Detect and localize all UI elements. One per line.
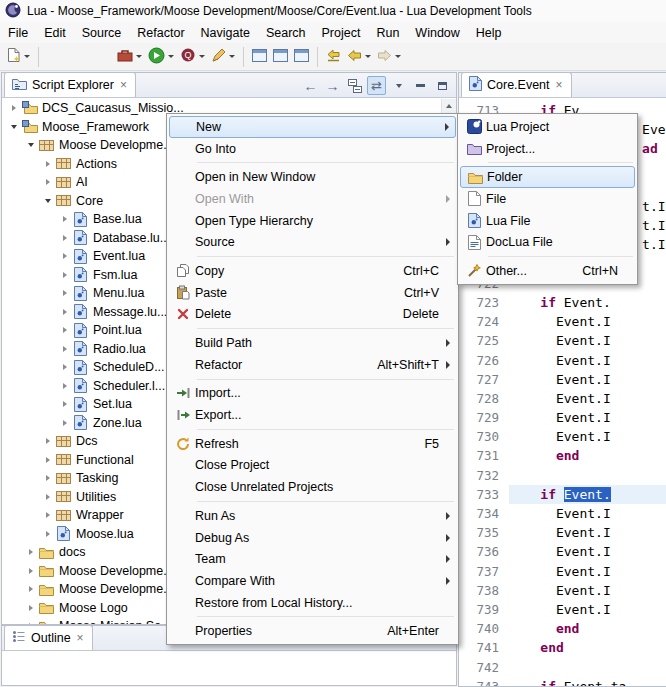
tab-outline[interactable]: Outline × [4,625,93,650]
code-line-738[interactable]: 738 Event.I [459,581,666,600]
tree-expander-icon[interactable] [59,290,71,296]
new-submenu-item-lua-project[interactable]: Lua Project [460,116,635,138]
context-menu-item-open-in-new-window[interactable]: Open in New Window [169,166,456,188]
new-submenu-item-folder[interactable]: Folder [460,166,635,188]
code-line-725[interactable]: 725 Event.I [459,331,666,350]
context-menu-item-debug-as[interactable]: Debug As [169,527,456,549]
menu-file[interactable]: File [0,24,36,42]
context-menu-item-run-as[interactable]: Run As [169,505,456,527]
run-button[interactable] [145,45,177,69]
profile-dropdown-icon[interactable] [229,55,235,58]
external-tools-button[interactable] [114,45,145,69]
new-submenu-item-file[interactable]: File [460,188,635,210]
context-menu-item-export[interactable]: Export... [169,404,456,426]
minimize-icon[interactable] [411,76,430,95]
tree-expander-icon[interactable] [42,494,54,500]
new-submenu-item-project[interactable]: Project... [460,138,635,160]
menu-run[interactable]: Run [368,24,407,42]
back-button[interactable] [344,45,374,69]
context-menu-item-source[interactable]: Source [169,231,456,253]
editor-area-button[interactable] [291,45,312,69]
tree-expander-icon[interactable] [25,623,37,624]
code-line-730[interactable]: 730 Event.I [459,427,666,446]
menu-source[interactable]: Source [74,24,130,42]
last-edit-location-button[interactable] [323,45,344,69]
code-line-737[interactable]: 737 Event.I [459,562,666,581]
code-line-741[interactable]: 741 end [459,638,666,657]
context-menu-item-delete[interactable]: DeleteDelete [169,304,456,326]
code-line-743[interactable]: 743 if Event.ta [459,677,666,686]
tree-expander-icon[interactable] [8,105,20,111]
tree-expander-icon[interactable] [59,364,71,370]
code-line-733[interactable]: 733 if Event. [459,485,666,504]
tree-expander-icon[interactable] [42,438,54,444]
context-menu-item-copy[interactable]: CopyCtrl+C [169,260,456,282]
forward-button[interactable] [374,45,404,69]
code-line-734[interactable]: 734 Event.I [459,504,666,523]
forward-dropdown-icon[interactable] [395,55,401,58]
context-menu-item-restore-from-local-history[interactable]: Restore from Local History... [169,592,456,614]
tree-expander-icon[interactable] [59,216,71,222]
tree-expander-icon[interactable] [42,531,54,537]
context-menu-item-refactor[interactable]: RefactorAlt+Shift+T [169,354,456,376]
code-line-735[interactable]: 735 Event.I [459,523,666,542]
context-menu-item-properties[interactable]: PropertiesAlt+Enter [169,620,456,642]
context-menu-item-paste[interactable]: PasteCtrl+V [169,282,456,304]
menu-refactor[interactable]: Refactor [129,24,192,42]
context-menu-item-close-project[interactable]: Close Project [169,455,456,477]
code-line-723[interactable]: 723 if Event. [459,293,666,312]
tree-expander-icon[interactable] [25,586,37,592]
tree-expander-icon[interactable] [59,327,71,333]
open-perspective-button[interactable] [249,45,270,69]
code-line-732[interactable]: 732 [459,466,666,485]
tree-expander-icon[interactable] [25,605,37,611]
code-line-726[interactable]: 726 Event.I [459,350,666,369]
back-icon[interactable]: ← [301,76,320,95]
context-menu-item-build-path[interactable]: Build Path [169,332,456,354]
scroll-up-icon[interactable] [442,99,456,113]
context-menu-item-open-type-hierarchy[interactable]: Open Type Hierarchy [169,210,456,232]
tree-expander-icon[interactable] [59,420,71,426]
new-submenu-item-doclua-file[interactable]: DocLua File [460,231,635,253]
new-submenu-item-other[interactable]: Other...Ctrl+N [460,260,635,282]
coverage-button[interactable]: Q [177,45,208,69]
menu-window[interactable]: Window [407,24,467,42]
tree-expander-icon[interactable] [59,401,71,407]
tree-expander-icon[interactable] [59,309,71,315]
context-menu-item-go-into[interactable]: Go Into [169,138,456,160]
context-menu-item-import[interactable]: Import... [169,383,456,405]
run-dropdown-icon[interactable] [168,55,174,58]
code-line-731[interactable]: 731 end [459,446,666,465]
context-menu-item-open-with[interactable]: Open With [169,188,456,210]
new-submenu-item-lua-file[interactable]: Lua File [460,210,635,232]
menu-navigate[interactable]: Navigate [193,24,258,42]
code-line-729[interactable]: 729 Event.I [459,408,666,427]
profile-button[interactable] [208,45,238,69]
tab-script-explorer[interactable]: Script Explorer × [4,72,136,97]
close-icon[interactable]: × [76,632,85,644]
tree-expander-icon[interactable] [42,512,54,518]
tree-expander-icon[interactable] [59,346,71,352]
tree-expander-icon[interactable] [59,253,71,259]
tab-core-event[interactable]: Core.Event × [461,72,572,97]
tree-expander-icon[interactable] [42,475,54,481]
coverage-dropdown-icon[interactable] [199,55,205,58]
code-line-736[interactable]: 736 Event.I [459,542,666,561]
tree-expander-icon[interactable] [42,161,54,167]
tree-expander-icon[interactable] [59,272,71,278]
tree-expander-icon[interactable] [8,125,20,129]
show-view-button[interactable] [270,45,291,69]
context-menu-item-compare-with[interactable]: Compare With [169,570,456,592]
code-line-728[interactable]: 728 Event.I [459,389,666,408]
tree-expander-icon[interactable] [25,568,37,574]
tree-expander-icon[interactable] [25,549,37,555]
code-line-727[interactable]: 727 Event.I [459,370,666,389]
context-menu-item-new[interactable]: New [169,116,456,138]
new-wizard-button[interactable] [4,45,33,69]
code-line-739[interactable]: 739 Event.I [459,600,666,619]
tree-expander-icon[interactable] [42,457,54,463]
back-dropdown-icon[interactable] [365,55,371,58]
context-menu-item-team[interactable]: Team [169,548,456,570]
code-line-742[interactable]: 742 [459,657,666,676]
external-tools-dropdown-icon[interactable] [136,55,142,58]
